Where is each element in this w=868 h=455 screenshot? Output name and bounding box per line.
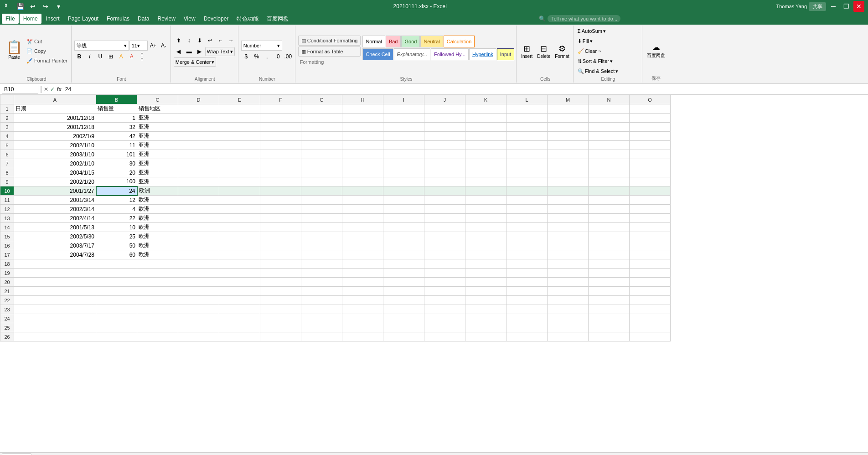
cell-L6[interactable] xyxy=(506,150,548,159)
cell-B1[interactable]: 销售量 xyxy=(96,104,137,114)
cell-D25[interactable] xyxy=(178,323,219,332)
menu-data[interactable]: Data xyxy=(134,14,153,24)
cell-L2[interactable] xyxy=(506,114,548,123)
cell-L23[interactable] xyxy=(506,305,548,314)
cell-H20[interactable] xyxy=(342,278,383,287)
cell-H21[interactable] xyxy=(342,287,383,296)
cell-A17[interactable]: 2004/7/28 xyxy=(14,250,96,259)
cell-I7[interactable] xyxy=(383,159,424,168)
cell-L21[interactable] xyxy=(506,287,548,296)
cell-N4[interactable] xyxy=(589,132,630,141)
cell-L19[interactable] xyxy=(506,269,548,278)
cell-O21[interactable] xyxy=(630,287,671,296)
cell-B8[interactable]: 20 xyxy=(96,168,137,177)
cell-C25[interactable] xyxy=(137,323,178,332)
cell-D1[interactable] xyxy=(178,104,219,114)
cell-I25[interactable] xyxy=(383,323,424,332)
cell-A21[interactable] xyxy=(14,287,96,296)
cell-M19[interactable] xyxy=(548,269,589,278)
cell-A5[interactable]: 2002/1/10 xyxy=(14,141,96,150)
cell-J18[interactable] xyxy=(424,259,465,269)
cell-L20[interactable] xyxy=(506,278,548,287)
cell-B20[interactable] xyxy=(96,278,137,287)
row-header-16[interactable]: 16 xyxy=(0,241,14,250)
cell-O6[interactable] xyxy=(630,150,671,159)
cell-I8[interactable] xyxy=(383,168,424,177)
row-header-18[interactable]: 18 xyxy=(0,259,14,269)
cell-F6[interactable] xyxy=(260,150,301,159)
baidu-save-btn[interactable]: ☁ 百度网盘 xyxy=(645,38,667,63)
cell-N5[interactable] xyxy=(589,141,630,150)
cell-H23[interactable] xyxy=(342,305,383,314)
cell-I5[interactable] xyxy=(383,141,424,150)
col-header-J[interactable]: J xyxy=(424,95,465,104)
cell-K22[interactable] xyxy=(465,296,506,305)
italic-btn[interactable]: I xyxy=(85,52,95,62)
cell-O12[interactable] xyxy=(630,205,671,214)
cell-L7[interactable] xyxy=(506,159,548,168)
restore-btn[interactable]: ❒ xyxy=(841,1,852,12)
row-header-9[interactable]: 9 xyxy=(0,177,14,186)
menu-formulas[interactable]: Formulas xyxy=(103,14,133,24)
cell-E4[interactable] xyxy=(219,132,260,141)
cell-F16[interactable] xyxy=(260,241,301,250)
cell-C3[interactable]: 亚洲 xyxy=(137,123,178,132)
cell-F22[interactable] xyxy=(260,296,301,305)
cell-F3[interactable] xyxy=(260,123,301,132)
cell-H26[interactable] xyxy=(342,332,383,341)
cell-B23[interactable] xyxy=(96,305,137,314)
cell-O26[interactable] xyxy=(630,332,671,341)
cell-K10[interactable] xyxy=(465,186,506,196)
style-good-btn[interactable]: Good xyxy=(401,36,420,47)
cell-L4[interactable] xyxy=(506,132,548,141)
style-explanatory-btn[interactable]: Explanatory... xyxy=(394,48,430,60)
clear-btn[interactable]: 🧹 Clear ~ xyxy=(576,47,603,56)
format-btn[interactable]: ⚙ Format xyxy=(553,38,571,64)
cell-C1[interactable]: 销售地区 xyxy=(137,104,178,114)
cell-D9[interactable] xyxy=(178,177,219,186)
cell-N12[interactable] xyxy=(589,205,630,214)
row-header-10[interactable]: 10 xyxy=(0,186,14,196)
cell-E15[interactable] xyxy=(219,232,260,241)
cell-B9[interactable]: 100 xyxy=(96,177,137,186)
cell-H7[interactable] xyxy=(342,159,383,168)
cell-K17[interactable] xyxy=(465,250,506,259)
cell-H14[interactable] xyxy=(342,223,383,232)
customize-quick-access-btn[interactable]: ▾ xyxy=(53,1,64,12)
cell-A19[interactable] xyxy=(14,269,96,278)
wrap-indent-btn[interactable]: ↵ xyxy=(205,36,215,46)
col-header-B[interactable]: B xyxy=(96,95,137,104)
cut-button[interactable]: ✂️ Cut xyxy=(25,37,69,46)
row-header-12[interactable]: 12 xyxy=(0,205,14,214)
cell-C24[interactable] xyxy=(137,314,178,323)
cell-M24[interactable] xyxy=(548,314,589,323)
cell-I18[interactable] xyxy=(383,259,424,269)
col-header-I[interactable]: I xyxy=(383,95,424,104)
cell-D10[interactable] xyxy=(178,186,219,196)
cancel-formula-btn[interactable]: ✕ xyxy=(44,86,48,93)
cell-M2[interactable] xyxy=(548,114,589,123)
cell-F11[interactable] xyxy=(260,196,301,205)
cell-E18[interactable] xyxy=(219,259,260,269)
confirm-formula-btn[interactable]: ✓ xyxy=(50,86,55,93)
cell-A11[interactable]: 2001/3/14 xyxy=(14,196,96,205)
cell-E20[interactable] xyxy=(219,278,260,287)
cell-E6[interactable] xyxy=(219,150,260,159)
cell-J14[interactable] xyxy=(424,223,465,232)
cell-F23[interactable] xyxy=(260,305,301,314)
cell-B14[interactable]: 10 xyxy=(96,223,137,232)
cell-N3[interactable] xyxy=(589,123,630,132)
decrease-font-btn[interactable]: A- xyxy=(159,41,169,51)
cell-A14[interactable]: 2001/5/13 xyxy=(14,223,96,232)
row-header-17[interactable]: 17 xyxy=(0,250,14,259)
minimize-btn[interactable]: ─ xyxy=(828,1,839,12)
cell-A16[interactable]: 2003/7/17 xyxy=(14,241,96,250)
cell-D26[interactable] xyxy=(178,332,219,341)
borders-btn[interactable]: ⊞ xyxy=(106,52,116,62)
cell-N24[interactable] xyxy=(589,314,630,323)
col-header-L[interactable]: L xyxy=(506,95,548,104)
cell-N19[interactable] xyxy=(589,269,630,278)
cell-D11[interactable] xyxy=(178,196,219,205)
cell-H1[interactable] xyxy=(342,104,383,114)
cell-M17[interactable] xyxy=(548,250,589,259)
